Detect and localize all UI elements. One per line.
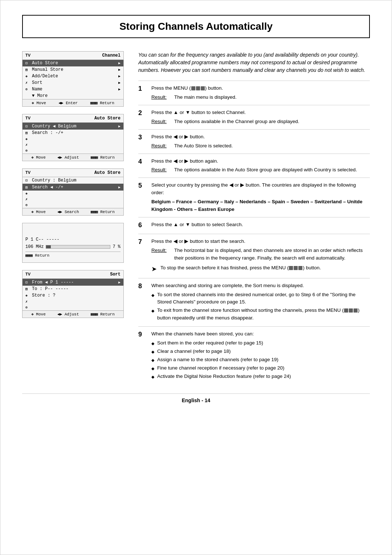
tv-item-label: Add/Delete [32, 74, 118, 79]
tv-item-arrow: ▶ [118, 81, 121, 85]
tv-item-icon: ▤ [25, 287, 32, 291]
channel-label: Auto Store [94, 170, 121, 175]
tv-item-label: Search ◀ -/+ [32, 184, 118, 190]
note-text: To stop the search before it has finishe… [160, 264, 321, 274]
title-box: Storing Channels Automatically [22, 15, 370, 38]
step-body: When the channels have been stored, you … [151, 330, 370, 381]
tv-item-arrow: ▶ [118, 185, 121, 189]
tv-item-icon: ⊕ [25, 148, 32, 153]
tv-item-icon: ✗ [25, 197, 32, 201]
progress-bar-bg [46, 245, 110, 249]
step-item: 2Press the ▲ or ▼ button to select Chann… [138, 105, 370, 129]
result-label: Result: [151, 94, 171, 101]
step-number: 8 [138, 282, 146, 290]
tv-item-label: Manual Store [32, 67, 118, 72]
step-item: 7Press the ◀ or ▶ button to start the se… [138, 234, 370, 278]
tv-menu-item: ◈ Add/Delete ▶ [23, 73, 123, 79]
bullet-text: Fine tune channel reception if necessary… [157, 364, 284, 372]
tv-item-label: From ◀ P 1 ----- [32, 279, 118, 285]
tv-item-icon: ▤ [25, 68, 32, 72]
channel-label: Auto Store [94, 116, 121, 121]
step-body: Press the ▲ or ▼ button to select Channe… [151, 109, 370, 126]
step-body: Select your country by pressing the ◀ or… [151, 181, 370, 213]
bullet-text: Activate the Digital Noise Reduction fea… [157, 373, 291, 380]
step-number: 4 [138, 158, 146, 166]
tv-item-label: Auto Store [32, 61, 118, 66]
tv-item-icon: ◈ [25, 137, 32, 141]
step-body: Press the ▲ or ▼ button to select Search… [151, 221, 370, 230]
tv-item-icon: ✗ [25, 299, 32, 304]
country-list: Belgium – France – Germany – Italy – Ned… [151, 198, 370, 213]
progress-box: P 1 C-- ----- 106 MHz 7 % ▦▦▦ Return [22, 223, 124, 263]
progress-footer: ▦▦▦ Return [25, 252, 121, 258]
tv-menu-item: ▤ To : P-- ----- [23, 286, 123, 292]
tv-item-label: To : P-- ----- [32, 286, 121, 291]
progress-mhz: 106 MHz [25, 244, 44, 249]
tv-footer-item: ❖ Move [32, 101, 46, 105]
tv-menu-item: ⊕ [23, 202, 123, 208]
bullet-item: To exit from the channel store function … [151, 307, 370, 322]
step-action: Press the ◀ or ▶ button. [151, 133, 370, 141]
tv-footer-item: ❖ Move [31, 209, 46, 214]
tv-menu-item: ◈ [23, 136, 123, 142]
result-row: Result: The options available in the Cha… [151, 118, 370, 126]
tv-footer-item: ▦▦▦ Return [91, 209, 115, 214]
step-item: 4Press the ◀ or ▶ button again. Result: … [138, 154, 370, 178]
step-item: 1Press the MENU (▦▦▦) button. Result: Th… [138, 81, 370, 105]
tv-menu-item: ⊡ Country ◀ Belgium ▶ [23, 123, 123, 130]
tv-menu-item: ⊕ Name ▶ [23, 86, 123, 93]
step-item: 5Select your country by pressing the ◀ o… [138, 177, 370, 217]
tv-menu-item: ✗ Sort ▶ [23, 79, 123, 86]
tv-item-label: Store : ? [32, 293, 121, 298]
result-row: Result: The options available in the Aut… [151, 166, 370, 174]
result-label: Result: [151, 118, 171, 126]
intro-paragraph: You can scan for the frequency ranges av… [138, 51, 370, 74]
step-action: Press the MENU (▦▦▦) button. [151, 85, 370, 92]
page-title: Storing Channels Automatically [119, 21, 273, 32]
left-column: TVChannel ⊡ Auto Store ▶ ▤ Manual Store … [22, 51, 127, 385]
tv-box-header: TVSort [23, 270, 123, 279]
tv-item-icon: ⊡ [25, 280, 32, 285]
tv-box-box1: TVChannel ⊡ Auto Store ▶ ▤ Manual Store … [22, 51, 124, 107]
tv-item-icon: ⊕ [25, 87, 32, 91]
tv-item-arrow: ▶ [118, 61, 121, 65]
note-arrow-icon: ➤ [151, 264, 157, 274]
tv-footer-item: ◀▶ Adjust [57, 155, 79, 160]
tv-item-icon: ◈ [25, 74, 32, 78]
tv-box-footer: ❖ Move◀▶ Search▦▦▦ Return [23, 208, 123, 215]
tv-menu-item: ✗ [23, 196, 123, 202]
step-body: Press the ◀ or ▶ button to start the sea… [151, 238, 370, 274]
tv-footer-item: ▦▦▦ Return [90, 101, 114, 105]
tv-box-header: TVAuto Store [23, 114, 123, 123]
bullet-item: Fine tune channel reception if necessary… [151, 364, 370, 372]
tv-box-box5: TVSort ⊡ From ◀ P 1 ----- ▶ ▤ To : P-- -… [22, 270, 124, 318]
tv-menu-item: ✗ [23, 299, 123, 305]
step-number: 6 [138, 221, 146, 229]
step-action: Press the ▲ or ▼ button to select Channe… [151, 109, 370, 117]
tv-footer-item: ◀▶ Adjust [57, 312, 79, 317]
bullet-item: To sort the stored channels into the des… [151, 291, 370, 306]
step-action: Select your country by pressing the ◀ or… [151, 181, 370, 197]
tv-item-icon: ◈ [25, 191, 32, 196]
tv-menu-item: ⊕ [23, 148, 123, 154]
tv-menu-item: ⊕ [23, 305, 123, 310]
step-number: 5 [138, 181, 146, 189]
bullet-text: To sort the stored channels into the des… [157, 291, 370, 306]
result-label: Result: [151, 166, 171, 174]
tv-footer-item: ◀▶ Enter [58, 101, 78, 105]
tv-item-icon: ⊡ [25, 61, 32, 65]
bullet-list: To sort the stored channels into the des… [151, 291, 370, 322]
tv-item-icon: ◈ [25, 293, 32, 298]
tv-menu-item: ▤ Search ◀ -/+ ▶ [23, 184, 123, 191]
tv-item-label: Country : Belgium [32, 178, 121, 183]
tv-footer-item: ❖ Move [31, 312, 46, 317]
bullet-item: Activate the Digital Noise Reduction fea… [151, 373, 370, 380]
tv-label: TV [25, 116, 30, 121]
step-number: 1 [138, 85, 146, 93]
tv-item-icon: ✗ [25, 143, 32, 147]
step-number: 9 [138, 330, 146, 338]
bullet-item: Sort them in the order required (refer t… [151, 339, 370, 347]
footer: English - 14 [22, 393, 370, 403]
result-text: The Auto Store is selected. [174, 142, 233, 150]
step-number: 7 [138, 238, 146, 246]
